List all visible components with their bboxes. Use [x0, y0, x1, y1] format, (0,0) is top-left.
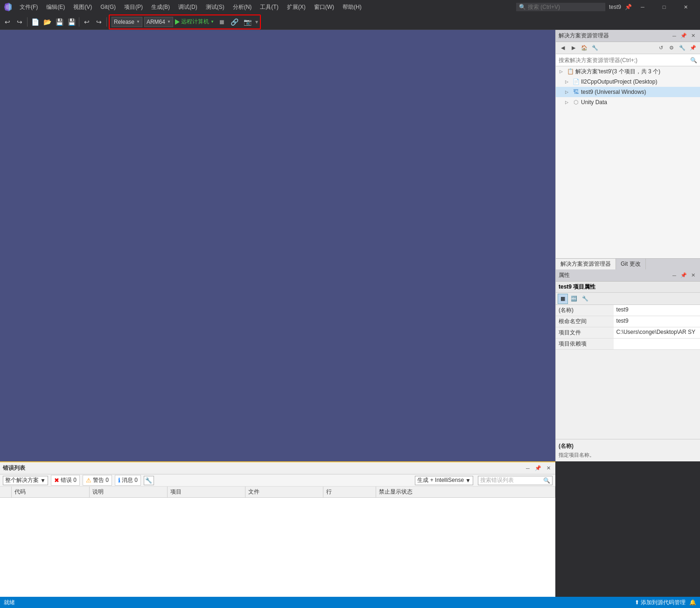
toolbar-separator-1: [27, 17, 28, 27]
col-project[interactable]: 项目: [167, 487, 245, 498]
sol-filter-button[interactable]: ⚙: [666, 43, 677, 53]
add-source-control[interactable]: ⬆ 添加到源代码管理: [635, 599, 686, 607]
sol-back-button[interactable]: ◀: [558, 43, 568, 53]
error-pin-button[interactable]: ─: [524, 464, 532, 473]
pin-panel-button[interactable]: ─: [670, 32, 679, 40]
redo-button[interactable]: ↪: [14, 16, 25, 28]
config-dropdown-arrow: ▼: [136, 20, 140, 24]
open-button[interactable]: 📂: [42, 16, 53, 28]
sol-settings-button[interactable]: 🔧: [677, 43, 687, 53]
sol-refresh-button[interactable]: 🔧: [590, 43, 600, 53]
col-line[interactable]: 行: [323, 487, 376, 498]
error-search-box[interactable]: 搜索错误列表 🔍: [478, 476, 553, 485]
il2cpp-icon: 📄: [572, 78, 580, 85]
save-button[interactable]: 💾: [54, 16, 65, 28]
sol-pin-button[interactable]: 📌: [688, 43, 698, 53]
run-button[interactable]: 远程计算机 ▼: [175, 17, 214, 27]
menu-window[interactable]: 窗口(W): [310, 1, 338, 13]
error-header-controls: ─ 📌 ✕: [524, 464, 553, 473]
tree-item-unity[interactable]: ▷ ⬡ Unity Data: [556, 97, 700, 107]
configuration-dropdown[interactable]: Release ▼: [112, 17, 142, 27]
props-autohide-button[interactable]: 📌: [679, 271, 688, 280]
tree-item-il2cpp[interactable]: ▷ 📄 Il2CppOutputProject (Desktop): [556, 77, 700, 87]
notification-button[interactable]: 🔔: [689, 599, 696, 606]
build-filter-arrow: ▼: [465, 477, 471, 484]
editor-area[interactable]: [0, 30, 555, 461]
props-alphabetical-btn[interactable]: 🔤: [569, 294, 579, 304]
col-file[interactable]: 文件: [245, 487, 323, 498]
auto-hide-button[interactable]: 📌: [679, 32, 688, 40]
menu-tools[interactable]: 工具(T): [256, 1, 282, 13]
props-val-namespace[interactable]: test9: [614, 316, 700, 327]
menu-test[interactable]: 测试(S): [202, 1, 228, 13]
undo-btn2[interactable]: ↩: [81, 16, 92, 28]
error-badge[interactable]: ✖ 错误 0: [51, 475, 80, 486]
add-source-icon: ⬆: [635, 599, 639, 606]
solution-explorer-title: 解决方案资源管理器: [559, 32, 668, 40]
filter-button[interactable]: 🔧: [144, 476, 154, 485]
props-pin-button[interactable]: ─: [670, 271, 679, 280]
il2cpp-arrow: ▷: [565, 79, 571, 84]
undo-button[interactable]: ↩: [2, 16, 13, 28]
props-val-file[interactable]: C:\Users\conge\Desktop\AR SY: [614, 327, 700, 339]
props-pages-btn[interactable]: 🔧: [580, 294, 590, 304]
props-key-deps: 项目依赖项: [556, 339, 614, 350]
menu-view[interactable]: 视图(V): [70, 1, 96, 13]
props-panel-controls: ─ 📌 ✕: [670, 271, 697, 280]
props-row-file: 项目文件 C:\Users\conge\Desktop\AR SY: [556, 327, 700, 339]
solution-search-icon[interactable]: 🔍: [690, 57, 697, 64]
solution-tree: ▷ 📋 解决方案'test9'(3 个项目，共 3 个) ▷ 📄 Il2CppO…: [556, 66, 700, 258]
window-controls: ─ □ ✕: [632, 0, 696, 14]
props-val-deps[interactable]: [614, 339, 700, 350]
sol-sync-button[interactable]: ↺: [656, 43, 666, 53]
menu-debug[interactable]: 调试(D): [175, 1, 201, 13]
close-panel-button[interactable]: ✕: [689, 32, 697, 40]
menu-edit[interactable]: 编辑(E): [42, 1, 69, 13]
stop-button[interactable]: ⏹: [216, 16, 227, 28]
sol-forward-button[interactable]: ▶: [568, 43, 579, 53]
error-icon: ✖: [54, 477, 59, 484]
sol-home-button[interactable]: 🏠: [579, 43, 589, 53]
new-project-button[interactable]: 📄: [29, 16, 41, 28]
menu-build[interactable]: 生成(B): [147, 1, 174, 13]
scope-dropdown[interactable]: 整个解决方案 ▼: [3, 476, 48, 485]
menu-help[interactable]: 帮助(H): [339, 1, 365, 13]
menu-project[interactable]: 项目(P): [120, 1, 147, 13]
build-filter-dropdown[interactable]: 生成 + IntelliSense ▼: [415, 476, 473, 485]
global-search-input[interactable]: [528, 4, 602, 10]
notification-icon: 🔔: [689, 599, 696, 606]
minimize-button[interactable]: ─: [632, 0, 653, 14]
tree-item-test9[interactable]: ▷ 🏗 test9 (Universal Windows): [556, 87, 700, 97]
error-autohide-button[interactable]: 📌: [534, 464, 542, 473]
solution-search-input[interactable]: [559, 57, 690, 64]
solution-root[interactable]: ▷ 📋 解决方案'test9'(3 个项目，共 3 个): [556, 66, 700, 77]
props-val-name[interactable]: test9: [614, 305, 700, 316]
save-all-button[interactable]: 💾: [66, 16, 77, 28]
tab-git-changes[interactable]: Git 更改: [616, 259, 646, 269]
solution-explorer-header: 解决方案资源管理器 ─ 📌 ✕: [556, 30, 700, 42]
maximize-button[interactable]: □: [653, 0, 675, 14]
props-categorized-btn[interactable]: ▦: [558, 294, 568, 304]
menu-extensions[interactable]: 扩展(X): [283, 1, 309, 13]
screenshot-button[interactable]: 📷: [242, 16, 253, 28]
tab-solution-explorer[interactable]: 解决方案资源管理器: [556, 259, 616, 269]
props-row-name: (名称) test9: [556, 305, 700, 316]
panel-controls: ─ 📌 ✕: [670, 32, 697, 40]
close-button[interactable]: ✕: [675, 0, 696, 14]
props-row-namespace: 根命名空间 test9: [556, 316, 700, 327]
message-badge[interactable]: ℹ 消息 0: [115, 475, 141, 486]
menu-analyze[interactable]: 分析(N): [229, 1, 256, 13]
platform-dropdown[interactable]: ARM64 ▼: [144, 17, 173, 27]
col-code[interactable]: 代码: [11, 487, 89, 498]
col-suppress-state[interactable]: 禁止显示状态: [376, 487, 555, 498]
attach-button[interactable]: 🔗: [229, 16, 240, 28]
warning-badge[interactable]: ⚠ 警告 0: [83, 475, 112, 486]
col-description[interactable]: 说明: [89, 487, 167, 498]
props-description: (名称) 指定项目名称。: [556, 439, 700, 461]
menu-git[interactable]: Git(G): [97, 2, 119, 12]
error-close-button[interactable]: ✕: [544, 464, 553, 473]
platform-label: ARM64: [147, 19, 165, 25]
redo-btn2[interactable]: ↪: [93, 16, 105, 28]
props-close-button[interactable]: ✕: [689, 271, 697, 280]
menu-file[interactable]: 文件(F): [16, 1, 42, 13]
